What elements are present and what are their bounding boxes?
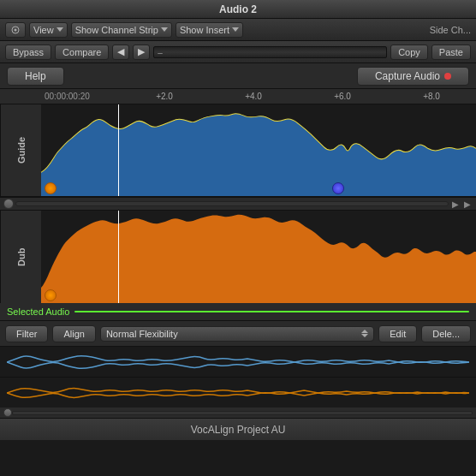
- dub-playhead: [118, 211, 119, 303]
- flex-arrow-up-icon: [361, 330, 368, 333]
- view-dropdown-arrow: [57, 27, 63, 32]
- nav-next-button[interactable]: ▶: [133, 45, 150, 60]
- flexibility-arrows: [361, 330, 368, 337]
- dub-label: Dub: [0, 211, 41, 303]
- selected-audio-line: [74, 311, 469, 312]
- compare-button[interactable]: Compare: [55, 45, 109, 60]
- paste-button[interactable]: Paste: [431, 45, 471, 60]
- bottom-scrollbar: [0, 408, 476, 418]
- edit-button[interactable]: Edit: [378, 325, 417, 342]
- guide-waveform-svg: [41, 104, 476, 196]
- guide-marker-right[interactable]: [332, 182, 344, 194]
- bypass-button[interactable]: Bypass: [5, 45, 51, 60]
- mini-dub-track: [0, 378, 476, 408]
- footer-label: VocALign Project AU: [191, 424, 286, 436]
- guide-track: Guide: [0, 104, 476, 197]
- mini-dub-waveform: [7, 384, 469, 402]
- show-insert-dropdown[interactable]: Show Insert: [176, 22, 243, 38]
- timeline-mark1: +2.0: [156, 92, 173, 101]
- mini-guide-track: [0, 347, 476, 378]
- flexibility-label: Normal Flexibility: [106, 329, 178, 339]
- timeline-mark2: +4.0: [245, 92, 262, 101]
- music-icon: [10, 25, 21, 35]
- timeline: 00:00:00:20 +2.0 +4.0 +6.0 +8.0: [0, 89, 476, 104]
- align-button[interactable]: Align: [52, 325, 95, 342]
- waveforms: Guide ▶ ▶ Dub: [0, 104, 476, 303]
- scroll-track[interactable]: [15, 201, 449, 206]
- guide-marker-left[interactable]: [45, 182, 57, 194]
- view-dropdown[interactable]: View: [29, 22, 68, 38]
- show-channel-strip-dropdown[interactable]: Show Channel Strip: [71, 22, 172, 38]
- dub-waveform-svg: [41, 211, 476, 303]
- scroll-left-button[interactable]: [3, 199, 14, 209]
- timeline-mark4: +8.0: [423, 92, 440, 101]
- guide-waveform-area[interactable]: [41, 104, 476, 196]
- value-bar: –: [153, 46, 387, 58]
- dub-marker-left[interactable]: [45, 289, 57, 301]
- scrollbar-area: ▶ ▶: [0, 197, 476, 211]
- selected-audio-bar: Selected Audio: [0, 303, 476, 320]
- toolbar2: Bypass Compare ◀ ▶ – Copy Paste: [0, 41, 476, 63]
- timeline-markers: +2.0 +4.0 +6.0 +8.0: [120, 92, 476, 101]
- help-button[interactable]: Help: [7, 67, 64, 86]
- footer: VocALign Project AU: [0, 418, 476, 440]
- time-start: 00:00:00:20: [43, 92, 120, 101]
- capture-audio-button[interactable]: Capture Audio: [357, 67, 469, 86]
- filter-button[interactable]: Filter: [5, 325, 48, 342]
- mini-waveforms: [0, 346, 476, 408]
- insert-arrow: [232, 27, 239, 32]
- bottom-scroll-track[interactable]: [12, 411, 473, 415]
- bottom-scroll-button[interactable]: [3, 408, 12, 417]
- guide-label: Guide: [0, 104, 41, 196]
- svg-point-1: [15, 28, 17, 31]
- scroll-right-arrow2[interactable]: ▶: [462, 199, 473, 209]
- channel-strip-arrow: [161, 27, 168, 32]
- flexibility-dropdown[interactable]: Normal Flexibility: [100, 326, 374, 342]
- title-bar: Audio 2: [0, 0, 476, 19]
- controls-row: Filter Align Normal Flexibility Edit Del…: [0, 320, 476, 346]
- side-ch-label: Side Ch...: [430, 25, 471, 35]
- selected-audio-label: Selected Audio: [7, 306, 69, 317]
- nav-prev-button[interactable]: ◀: [112, 45, 129, 60]
- toolbar-icon-button[interactable]: [5, 22, 26, 38]
- playhead: [118, 104, 119, 196]
- window-title: Audio 2: [219, 3, 257, 15]
- dub-track: Dub: [0, 211, 476, 303]
- scroll-right-arrow[interactable]: ▶: [450, 199, 461, 209]
- toolbar1: View Show Channel Strip Show Insert Side…: [0, 19, 476, 41]
- help-capture-row: Help Capture Audio: [0, 63, 476, 89]
- dub-waveform-area[interactable]: [41, 211, 476, 303]
- timeline-mark3: +6.0: [334, 92, 351, 101]
- mini-guide-waveform: [7, 353, 469, 372]
- flex-arrow-down-icon: [361, 334, 368, 337]
- delete-button[interactable]: Dele...: [421, 325, 471, 342]
- record-indicator: [444, 73, 451, 80]
- copy-button[interactable]: Copy: [390, 45, 428, 60]
